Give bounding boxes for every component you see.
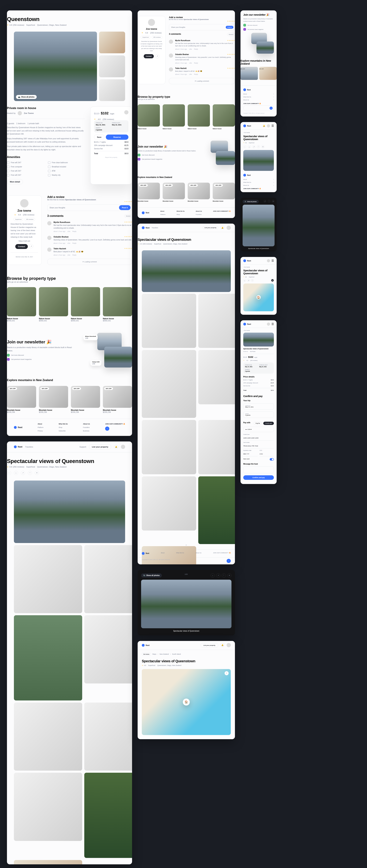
logo[interactable]: fleet — [14, 423, 22, 432]
gallery-photo[interactable] — [142, 294, 196, 348]
more-detail-button[interactable]: More detail — [7, 179, 23, 184]
gallery-photo[interactable] — [14, 703, 82, 771]
close-icon[interactable]: ✕ — [261, 145, 264, 148]
reply-link[interactable]: Reply — [73, 254, 77, 256]
map-view[interactable]: 🏠 — [243, 283, 274, 311]
review-input[interactable]: Share your thoughts Post it — [47, 205, 132, 211]
review-input[interactable]: Share your thoughtsPost it — [169, 24, 235, 30]
gallery-photo[interactable] — [142, 476, 196, 531]
gallery-photo[interactable] — [84, 545, 132, 613]
pay-paypal[interactable]: PayPal — [254, 422, 262, 425]
property-card[interactable]: Nature house — [163, 104, 185, 129]
home-icon[interactable]: ⌂ — [14, 471, 18, 475]
notification-icon[interactable]: 🔔 — [262, 124, 265, 127]
property-card[interactable]: Nature house$356,531 — [71, 287, 100, 322]
gallery-photo[interactable] — [84, 773, 132, 858]
gallery-hero[interactable] — [243, 150, 274, 171]
share-icon[interactable]: ↗ — [155, 54, 159, 58]
gallery-photo[interactable] — [142, 420, 196, 474]
list-property-button[interactable]: List your property — [203, 226, 218, 229]
exp-input[interactable]: MM / YY — [243, 452, 257, 456]
post-button[interactable]: Post it — [226, 26, 233, 29]
show-all-photos-button[interactable]: 📷 Show all photos — [16, 95, 37, 99]
contact-button[interactable]: Contact — [144, 54, 154, 58]
like-link[interactable]: Like — [67, 242, 70, 244]
gallery-photo[interactable] — [14, 773, 82, 841]
back-link[interactable]: ‹ Go home — [243, 330, 274, 331]
rate-input[interactable]: ★★★★★ — [124, 201, 132, 203]
back-link[interactable]: ‹ Go home — [243, 132, 274, 133]
close-icon[interactable]: ✕ — [271, 279, 274, 282]
property-card[interactable]: Nature house$356,531 — [103, 287, 132, 322]
home-icon[interactable]: ⌂ — [243, 279, 246, 282]
save-card-toggle[interactable] — [270, 458, 274, 461]
scroll-top-icon[interactable]: ↑ — [227, 559, 231, 563]
gallery-hero[interactable] — [14, 480, 125, 543]
cvc-input[interactable]: CVC — [260, 452, 274, 456]
property-card[interactable]: Nature house$356,531 — [7, 287, 36, 322]
menu-icon[interactable]: ☰ — [272, 124, 274, 127]
property-card[interactable]: Nature house — [188, 104, 210, 129]
gallery-photo[interactable] — [14, 545, 82, 613]
submit-icon[interactable]: → — [270, 106, 273, 110]
gallery-photo[interactable] — [14, 615, 82, 701]
menu-icon[interactable]: ☰ — [272, 322, 274, 326]
like-link[interactable]: Like — [67, 254, 70, 256]
heart-icon[interactable]: ♡ — [28, 471, 32, 475]
explore-card[interactable]: 20% OFFMountain house$230,236 — [39, 386, 68, 413]
gallery-photo[interactable] — [142, 350, 196, 418]
gallery-hero[interactable] — [142, 250, 231, 292]
property-card[interactable]: Nature house — [138, 104, 160, 129]
user-avatar[interactable] — [121, 445, 125, 449]
gallery-photo[interactable] — [198, 350, 235, 404]
share-icon[interactable]: ↗ — [247, 279, 250, 282]
gallery-photo[interactable] — [84, 703, 132, 771]
hero-thumb-2[interactable] — [99, 55, 125, 77]
hero-thumb-3[interactable] — [99, 79, 125, 101]
gallery-photo[interactable] — [84, 615, 132, 683]
loading-more[interactable]: ⟳ Loading comment — [169, 78, 235, 84]
heart-icon[interactable]: ♡ — [257, 145, 260, 148]
heart-icon[interactable]: ♡ — [267, 200, 271, 203]
hero-image-main[interactable]: 📷 Show all photos — [14, 32, 97, 101]
nav-icon[interactable]: ← — [243, 145, 246, 148]
sort-dropdown[interactable]: Newest — [227, 33, 235, 36]
confirm-pay-button[interactable]: Confirm and pay — [243, 475, 274, 480]
reply-link[interactable]: Reply — [73, 230, 77, 232]
explore-card[interactable]: 20% OFFMountain house$230,236 — [7, 386, 36, 413]
gallery-photo[interactable] — [198, 294, 235, 348]
pay-card[interactable]: Credit card — [263, 422, 274, 425]
share-icon[interactable]: ↗ — [216, 574, 220, 578]
hero-thumb-1[interactable] — [99, 32, 125, 53]
sort-dropdown[interactable]: Newest — [124, 214, 132, 218]
rate-input[interactable]: ★★★★★ — [227, 20, 235, 22]
explore-card[interactable]: 20% OFFMountain house$230,236 — [103, 386, 132, 413]
like-link[interactable]: Like — [67, 230, 70, 232]
post-button[interactable]: Post it — [119, 205, 131, 210]
property-card[interactable]: Nature house$356,531 — [39, 287, 68, 322]
date-picker[interactable]: Check-inMay 15, 2021 Check-outMay 22, 20… — [94, 120, 129, 132]
explore-card[interactable]: 20% OFF — [241, 67, 258, 80]
save-button[interactable]: Save — [94, 134, 105, 140]
lightbox-image[interactable] — [243, 205, 275, 246]
saved-card-select[interactable]: •••• 1234 ▾ — [243, 427, 274, 432]
gallery-photo[interactable] — [14, 860, 82, 864]
share-icon[interactable]: ↗ — [263, 200, 266, 203]
message-input[interactable] — [243, 466, 274, 473]
notification-icon[interactable]: 🔔 — [114, 445, 118, 449]
contact-button[interactable]: Contact — [15, 244, 28, 249]
close-icon[interactable]: ✕ — [272, 200, 275, 203]
reserve-button[interactable]: Reserve — [106, 134, 129, 140]
map-view[interactable]: 🏠 + — [142, 669, 231, 735]
share-icon[interactable]: ↗ — [21, 471, 25, 475]
map-pin[interactable]: 🏠 — [256, 295, 261, 300]
card-holder-input[interactable]: TRAN MAU TRI TAM — [243, 444, 274, 448]
newsletter-submit-icon[interactable]: → — [105, 427, 109, 431]
logo[interactable]: fleet — [14, 445, 22, 448]
explore-card[interactable]: 20% OFF — [259, 67, 277, 80]
nav-prev-icon[interactable]: ← — [7, 471, 11, 475]
show-all-button[interactable]: 📷 Show all photos — [141, 574, 162, 578]
explore-card[interactable]: 20% OFFMountain house$230,236 — [71, 386, 100, 413]
heart-icon[interactable]: ♡ — [222, 574, 226, 578]
reply-link[interactable]: Reply — [73, 242, 77, 244]
